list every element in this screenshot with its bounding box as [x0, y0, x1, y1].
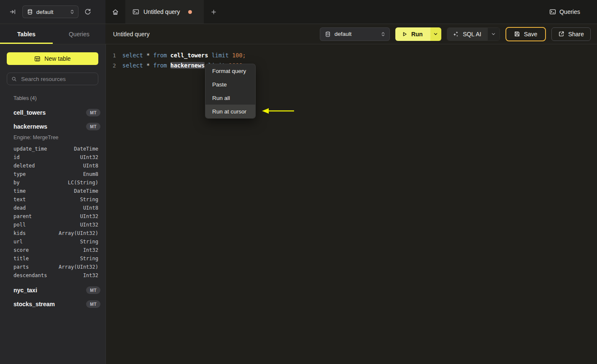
terminal-icon: [549, 8, 556, 15]
column-row: deletedUInt8: [14, 162, 98, 170]
toolbar-database-selector[interactable]: default: [320, 27, 390, 41]
search-box: [7, 73, 98, 85]
code-token: [167, 52, 170, 59]
column-name: poll: [14, 222, 26, 228]
tab-strip: Untitled query Queries: [105, 0, 597, 24]
table-row[interactable]: nyc_taxiMT: [0, 283, 105, 297]
run-options-chevron[interactable]: [430, 27, 441, 41]
tab-untitled-query[interactable]: Untitled query: [125, 0, 204, 24]
column-name: parts: [14, 264, 29, 270]
column-name: type: [14, 171, 26, 177]
tab-tables[interactable]: Tables: [0, 24, 53, 44]
table-columns: update_timeDateTimeidUInt32deletedUInt8t…: [0, 143, 105, 283]
column-type: String: [80, 256, 98, 262]
save-icon: [514, 31, 520, 37]
queries-button[interactable]: Queries: [549, 8, 580, 15]
tab-tables-label: Tables: [17, 31, 35, 38]
column-row: textString: [14, 195, 98, 204]
column-type: DateTime: [74, 146, 98, 152]
table-name: nyc_taxi: [14, 287, 37, 294]
column-type: DateTime: [74, 188, 98, 194]
column-name: kids: [14, 230, 26, 236]
share-button[interactable]: Share: [551, 27, 591, 41]
table-name: stocks_stream: [14, 301, 55, 307]
top-bar-left: default: [0, 0, 105, 24]
column-name: deleted: [14, 163, 35, 169]
search-input[interactable]: [20, 75, 94, 83]
new-tab-icon[interactable]: [204, 0, 224, 24]
column-row: timeDateTime: [14, 187, 98, 195]
column-row: descendantsInt32: [14, 271, 98, 280]
column-name: id: [14, 154, 19, 160]
code-token: *: [146, 62, 150, 69]
page-title: Untitled query: [113, 31, 149, 38]
tables-section-label: Tables (4): [14, 95, 105, 101]
share-button-label: Share: [568, 31, 584, 38]
annotation-arrow: [262, 107, 295, 115]
line-number: 2: [113, 62, 119, 69]
sql-ai-chevron[interactable]: [487, 28, 500, 40]
table-row[interactable]: hackernewsMT: [0, 119, 105, 133]
code-token: from: [153, 52, 167, 59]
new-table-button[interactable]: New table: [7, 52, 98, 65]
save-button-label: Save: [524, 31, 538, 38]
column-type: UInt32: [80, 213, 98, 219]
code-token: cell_towers: [170, 52, 208, 59]
column-row: pollUInt32: [14, 221, 98, 229]
column-type: Array(UInt32): [59, 264, 98, 270]
code-token: [150, 62, 153, 69]
refresh-icon[interactable]: [84, 8, 91, 16]
column-type: UInt8: [83, 163, 98, 169]
save-button[interactable]: Save: [505, 27, 546, 41]
column-name: title: [14, 256, 29, 262]
sql-ai-button[interactable]: SQL AI: [447, 28, 487, 40]
sidebar-tabs: Tables Queries: [0, 24, 105, 44]
context-menu-item[interactable]: Run all: [205, 91, 255, 105]
database-selector-label: default: [36, 9, 54, 15]
run-split-button: Run: [395, 27, 441, 41]
context-menu-item[interactable]: Run at cursor: [205, 105, 255, 118]
share-icon: [558, 31, 565, 37]
table-name: hackernews: [14, 123, 47, 130]
engine-badge: MT: [86, 300, 100, 308]
sparkles-icon: [453, 31, 459, 37]
column-row: update_timeDateTime: [14, 145, 98, 153]
database-selector[interactable]: default: [22, 5, 78, 18]
sub-bar: Tables Queries Untitled query default: [0, 24, 597, 44]
column-name: parent: [14, 213, 32, 219]
code-token: select: [122, 62, 143, 69]
code-token: select: [122, 52, 143, 59]
tab-queries[interactable]: Queries: [53, 24, 105, 44]
code-token: [229, 52, 232, 59]
column-type: UInt8: [83, 205, 98, 211]
code-token: 100;: [232, 52, 246, 59]
chevron-updown-icon: [381, 31, 386, 37]
code-token: [150, 52, 153, 59]
code-line: 1select * from cell_towers limit 100;: [106, 50, 597, 60]
top-bar: default: [0, 0, 597, 24]
code-text: select * from cell_towers limit 100;: [122, 52, 246, 59]
column-name: descendants: [14, 272, 47, 278]
home-icon[interactable]: [105, 0, 125, 24]
table-row[interactable]: cell_towersMT: [0, 105, 105, 119]
column-type: LC(String): [68, 180, 98, 186]
column-type: Int32: [83, 272, 98, 278]
code-token: hackernews: [170, 62, 205, 69]
table-name: cell_towers: [14, 109, 46, 116]
line-number: 1: [113, 52, 119, 59]
sidebar: New table Tables (4) cell_towersMThacker…: [0, 44, 105, 364]
sql-editor[interactable]: 1select * from cell_towers limit 100;2se…: [105, 44, 597, 364]
collapse-sidebar-icon[interactable]: [9, 8, 16, 15]
new-table-button-label: New table: [44, 55, 70, 62]
content: New table Tables (4) cell_towersMThacker…: [0, 44, 597, 364]
active-tab-indicator: [0, 43, 53, 44]
run-button[interactable]: Run: [395, 27, 430, 41]
context-menu-item[interactable]: Format query: [205, 64, 255, 78]
column-type: Enum8: [83, 171, 98, 177]
column-row: deadUInt8: [14, 204, 98, 212]
column-row: partsArray(UInt32): [14, 263, 98, 271]
tables-list: cell_towersMThackernewsMTEngine: MergeTr…: [0, 105, 105, 311]
context-menu-item[interactable]: Paste: [205, 78, 255, 91]
code-token: limit: [211, 52, 229, 59]
table-row[interactable]: stocks_streamMT: [0, 297, 105, 311]
